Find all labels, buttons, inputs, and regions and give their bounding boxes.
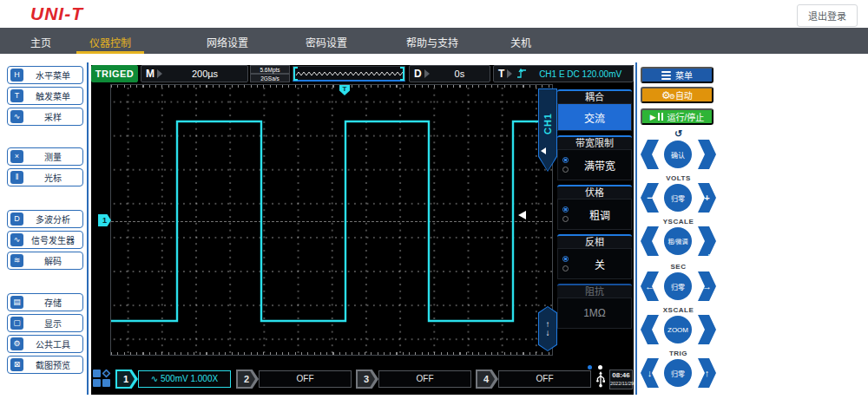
trigger-readout[interactable]: T CH1 E DC 120.00mV <box>493 65 634 82</box>
cursor-icon: ‖ <box>10 171 23 184</box>
delay-readout[interactable]: D 0s <box>409 65 490 82</box>
menu-section-impedance: 阻抗 1MΩ <box>557 284 632 329</box>
sec-move-left[interactable] <box>641 271 659 301</box>
menu-scroll-handle[interactable]: ↑↓ <box>538 306 557 351</box>
tab-help-support[interactable]: 帮助与支持 <box>406 35 458 49</box>
channel-3-value[interactable]: OFF <box>378 370 471 388</box>
apps-grid-icon[interactable] <box>93 370 112 389</box>
timebase-readout[interactable]: M 200µs <box>141 65 248 82</box>
multipurpose-knob-left[interactable] <box>641 140 659 169</box>
diamond <box>102 369 110 377</box>
trig-knob: ↓ 归零 ↑ <box>641 358 716 388</box>
multi-wave-analysis-icon: D <box>10 213 23 226</box>
channel-2-button[interactable]: 2 <box>236 370 259 389</box>
uni-t-logo: UNI-T <box>30 3 83 24</box>
graticule <box>110 84 553 356</box>
yscale-decrease[interactable] <box>641 226 659 256</box>
radio-unselected-icon[interactable] <box>562 167 569 173</box>
channel-4-button[interactable]: 4 <box>476 370 498 389</box>
sidebar-item-common-tools[interactable]: ⚙ 公共工具 <box>7 335 83 353</box>
multipurpose-knob-right[interactable] <box>698 140 716 169</box>
sidebar-item-horizontal-menu[interactable]: H 水平菜单 <box>7 66 83 84</box>
volt-scale-option[interactable]: 粗调 <box>557 199 632 230</box>
tab-power-off[interactable]: 关机 <box>510 35 531 49</box>
square <box>102 379 110 387</box>
sidebar-label: 解码 <box>23 254 82 267</box>
volts-zero-button[interactable]: 归零 <box>664 184 692 212</box>
run-stop-button[interactable]: ▶ 运行/停止 <box>641 108 713 125</box>
bandwidth-limit-option[interactable]: 满带宽 <box>557 149 632 180</box>
sidebar-label: 截图预览 <box>23 358 82 371</box>
sampling-icon: ∿ <box>10 110 23 123</box>
radio-unselected-icon[interactable] <box>562 216 569 222</box>
channel1-menu-tab[interactable]: CH1 <box>538 88 557 172</box>
sidebar-item-trigger-menu[interactable]: T 触发菜单 <box>7 87 83 105</box>
sidebar-item-sampling[interactable]: ∿ 采样 <box>7 108 83 126</box>
clock-readout: 08:46 2022/11/29 <box>609 370 633 389</box>
volts-decrease[interactable] <box>641 183 659 213</box>
trig-label: TRIG <box>641 350 716 357</box>
radio-selected-icon[interactable] <box>562 157 569 163</box>
sidebar-item-display[interactable]: ▢ 显示 <box>7 314 83 332</box>
sidebar-group-2: × 测量 ‖ 光标 <box>7 147 85 189</box>
sec-zero-button[interactable]: 归零 <box>664 272 692 300</box>
play-pause-icon: ▶ <box>650 113 663 121</box>
yscale-knob: 粗/微调 v mV <box>641 226 716 256</box>
section-title: 伏格 <box>557 185 632 199</box>
radio-unselected-icon[interactable] <box>562 265 569 271</box>
gears-icon: ⚙⚙ <box>661 90 671 101</box>
volt-scale-value: 粗调 <box>569 207 631 222</box>
trigger-info: CH1 E DC 120.00mV <box>528 69 633 79</box>
trig-zero-button[interactable]: 归零 <box>664 359 692 387</box>
sidebar-label: 公共工具 <box>23 337 82 350</box>
sidebar-item-signal-generator[interactable]: ∿ 信号发生器 <box>7 231 83 249</box>
xscale-knob: ZOOM s ns <box>641 315 716 344</box>
screenshot-preview-icon: ⊠ <box>10 358 23 371</box>
nanosecond-unit-label: ns <box>710 341 716 346</box>
yscale-coarse-fine-button[interactable]: 粗/微调 <box>664 227 692 255</box>
channel-4-value[interactable]: OFF <box>498 370 591 388</box>
channel-1-button[interactable]: 1 <box>115 370 138 389</box>
logout-button[interactable]: 退出登录 <box>797 4 858 27</box>
sidebar-item-storage[interactable]: ▤ 存储 <box>7 293 83 311</box>
sidebar-item-measure[interactable]: × 测量 <box>7 147 83 166</box>
channel1-level-marker[interactable]: 1 <box>98 214 111 226</box>
sidebar-item-decode[interactable]: ≋ 解码 <box>7 252 83 270</box>
tab-home[interactable]: 主页 <box>30 35 51 49</box>
sec-move-right[interactable] <box>698 271 716 301</box>
sidebar-item-screenshot-preview[interactable]: ⊠ 截图预览 <box>7 356 83 374</box>
xscale-increase[interactable] <box>698 315 716 344</box>
channel-1-value[interactable]: ∿ 500mV 1.000X <box>138 370 231 388</box>
xscale-decrease[interactable] <box>641 315 659 344</box>
xscale-zoom-button[interactable]: ZOOM <box>664 316 692 343</box>
auto-button[interactable]: ⚙⚙ 自动 <box>641 87 713 103</box>
trig-level-down[interactable] <box>641 358 659 388</box>
sidebar-item-multi-wave-analysis[interactable]: D 多波分析 <box>7 210 83 228</box>
volts-label: VOLTS <box>641 174 716 182</box>
header: UNI-T 退出登录 <box>0 0 868 28</box>
coupling-value-button[interactable]: 交流 <box>557 103 632 131</box>
tab-password-settings[interactable]: 密码设置 <box>306 35 347 49</box>
rotate-icon: ↺ <box>641 129 716 139</box>
multipurpose-knob-press[interactable]: 确认 <box>664 141 692 168</box>
menu-button[interactable]: 菜单 <box>641 67 713 83</box>
date: 2022/11/29 <box>610 380 632 387</box>
acquisition-readout: 5.6Mpts 2GSa/s <box>250 65 290 82</box>
trigger-level-arrow[interactable] <box>518 211 526 219</box>
trig-level-up[interactable] <box>698 358 716 388</box>
section-title: 反相 <box>557 234 632 248</box>
invert-option[interactable]: 关 <box>557 248 632 279</box>
channel-3-button[interactable]: 3 <box>356 370 378 389</box>
radio-selected-icon[interactable] <box>562 206 569 213</box>
sidebar-item-cursor[interactable]: ‖ 光标 <box>7 168 83 186</box>
bandwidth-limit-value: 满带宽 <box>569 158 631 173</box>
channel-2-value[interactable]: OFF <box>259 370 352 388</box>
second-unit-label: s <box>641 341 644 346</box>
nav-bar: 主页 仪器控制 网络设置 密码设置 帮助与支持 关机 <box>0 28 868 54</box>
timebase-label: M <box>146 68 155 80</box>
yscale-increase[interactable] <box>698 226 716 256</box>
tab-instrument-control[interactable]: 仪器控制 <box>89 35 131 49</box>
tab-network-settings[interactable]: 网络设置 <box>207 35 248 49</box>
radio-selected-icon[interactable] <box>562 256 569 262</box>
volts-increase[interactable] <box>698 183 716 213</box>
